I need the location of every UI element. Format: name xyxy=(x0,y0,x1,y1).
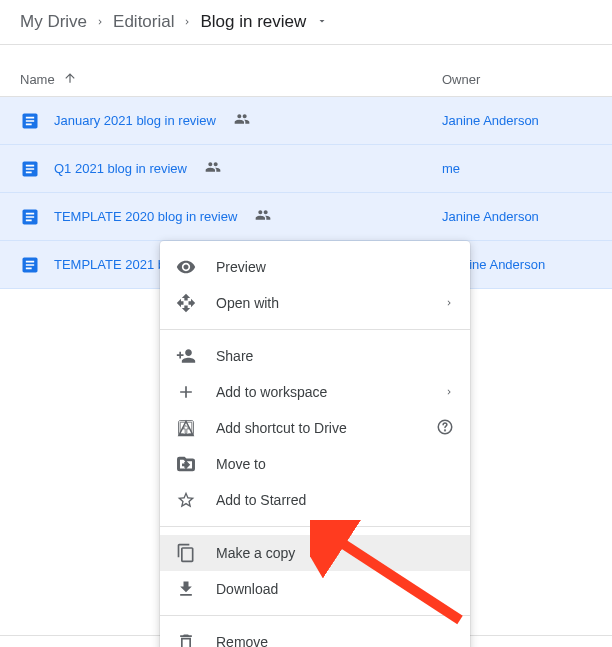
menu-shortcut[interactable]: Add shortcut to Drive xyxy=(160,410,470,446)
svg-point-1 xyxy=(445,430,446,431)
chevron-right-icon xyxy=(444,384,454,400)
eye-icon xyxy=(176,257,196,277)
column-name-label: Name xyxy=(20,72,55,87)
menu-addworkspace[interactable]: Add to workspace xyxy=(160,374,470,410)
menu-openwith[interactable]: Open with xyxy=(160,285,470,321)
menu-label: Add to workspace xyxy=(216,384,424,400)
menu-label: Add to Starred xyxy=(216,492,454,508)
menu-label: Download xyxy=(216,581,454,597)
chevron-right-icon xyxy=(182,14,192,30)
open-with-icon xyxy=(176,293,196,313)
person-add-icon xyxy=(176,346,196,366)
doc-icon xyxy=(20,159,40,179)
table-row[interactable]: TEMPLATE 2020 blog in review Janine Ande… xyxy=(0,193,612,241)
folder-move-icon xyxy=(176,454,196,474)
context-menu: Preview Open with Share Add to workspace… xyxy=(160,241,470,647)
file-name: TEMPLATE 2020 blog in review xyxy=(54,209,237,224)
menu-divider xyxy=(160,329,470,330)
menu-moveto[interactable]: Move to xyxy=(160,446,470,482)
help-icon[interactable] xyxy=(436,418,454,439)
doc-icon xyxy=(20,111,40,131)
menu-label: Preview xyxy=(216,259,454,275)
sort-arrow-up-icon xyxy=(63,71,77,88)
breadcrumb-item-mydrive[interactable]: My Drive xyxy=(20,12,87,32)
breadcrumb-item-editorial[interactable]: Editorial xyxy=(113,12,174,32)
doc-icon xyxy=(20,255,40,275)
menu-label: Move to xyxy=(216,456,454,472)
column-header-row: Name Owner xyxy=(0,63,612,97)
menu-label: Add shortcut to Drive xyxy=(216,420,416,436)
copy-icon xyxy=(176,543,196,563)
menu-label: Make a copy xyxy=(216,545,454,561)
menu-makecopy[interactable]: Make a copy xyxy=(160,535,470,571)
dropdown-icon[interactable] xyxy=(316,15,328,30)
menu-divider xyxy=(160,526,470,527)
menu-label: Share xyxy=(216,348,454,364)
trash-icon xyxy=(176,632,196,647)
chevron-right-icon xyxy=(95,14,105,30)
column-header-name[interactable]: Name xyxy=(20,71,442,88)
drive-shortcut-icon xyxy=(176,418,196,438)
download-icon xyxy=(176,579,196,599)
doc-icon xyxy=(20,207,40,227)
menu-label: Open with xyxy=(216,295,424,311)
star-icon xyxy=(176,490,196,510)
menu-preview[interactable]: Preview xyxy=(160,249,470,285)
table-row[interactable]: January 2021 blog in review Janine Ander… xyxy=(0,97,612,145)
menu-label: Remove xyxy=(216,634,454,647)
shared-icon xyxy=(255,207,271,226)
owner-cell: me xyxy=(442,161,592,176)
file-name: January 2021 blog in review xyxy=(54,113,216,128)
menu-share[interactable]: Share xyxy=(160,338,470,374)
chevron-right-icon xyxy=(444,295,454,311)
file-name: Q1 2021 blog in review xyxy=(54,161,187,176)
menu-remove[interactable]: Remove xyxy=(160,624,470,647)
breadcrumb: My Drive Editorial Blog in review xyxy=(0,0,612,45)
menu-download[interactable]: Download xyxy=(160,571,470,607)
owner-cell: Janine Anderson xyxy=(442,113,592,128)
shared-icon xyxy=(234,111,250,130)
breadcrumb-item-current[interactable]: Blog in review xyxy=(200,12,306,32)
owner-cell: Janine Anderson xyxy=(442,209,592,224)
menu-divider xyxy=(160,615,470,616)
column-header-owner[interactable]: Owner xyxy=(442,72,592,87)
menu-starred[interactable]: Add to Starred xyxy=(160,482,470,518)
table-row[interactable]: Q1 2021 blog in review me xyxy=(0,145,612,193)
plus-icon xyxy=(176,382,196,402)
shared-icon xyxy=(205,159,221,178)
